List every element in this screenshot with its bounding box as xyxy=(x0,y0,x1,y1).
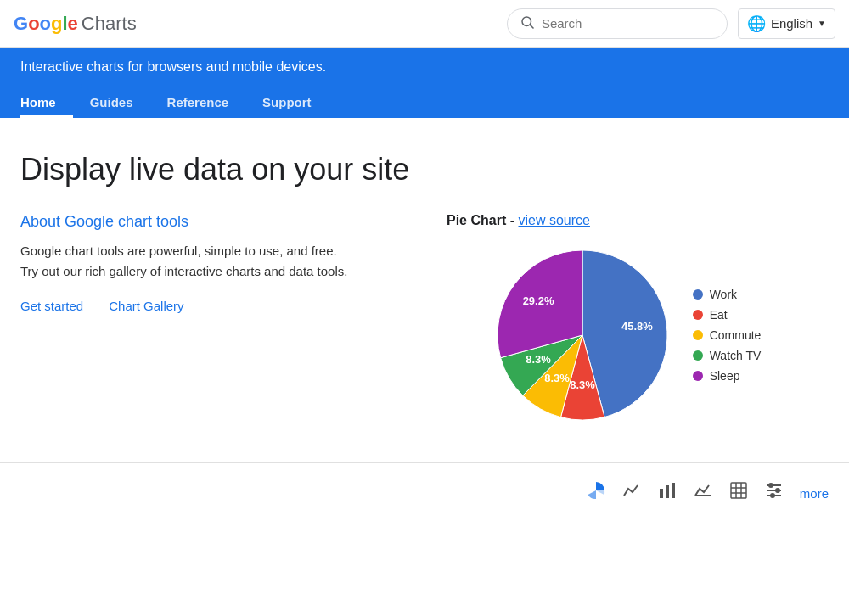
legend-label: Watch TV xyxy=(710,349,762,362)
chart-legend: WorkEatCommuteWatch TVSleep xyxy=(693,288,762,383)
pie-label-1: 8.3% xyxy=(570,378,595,391)
nav-item-reference[interactable]: Reference xyxy=(150,87,246,118)
svg-rect-6 xyxy=(731,483,746,498)
chart-title-text: Pie Chart xyxy=(447,213,506,227)
content-area: About Google chart tools Google chart to… xyxy=(20,213,829,428)
svg-rect-2 xyxy=(660,489,663,498)
main-content: Display live data on your site About Goo… xyxy=(0,118,849,445)
chart-title: Pie Chart - view source xyxy=(447,213,590,228)
description-line2: Try out our rich gallery of interactive … xyxy=(20,264,347,278)
legend-item-eat: Eat xyxy=(693,308,762,322)
legend-item-commute: Commute xyxy=(693,328,762,342)
pie-chart-icon[interactable] xyxy=(586,480,606,506)
legend-item-work: Work xyxy=(693,288,762,301)
controls-icon[interactable] xyxy=(764,480,784,506)
pie-label-4: 29.2% xyxy=(522,294,554,307)
legend-color-dot xyxy=(693,350,703,361)
legend-color-dot xyxy=(693,371,703,381)
legend-color-dot xyxy=(693,330,703,340)
nav-item-guides[interactable]: Guides xyxy=(73,87,150,118)
chevron-down-icon: ▼ xyxy=(818,19,826,28)
svg-point-0 xyxy=(522,17,531,26)
table-icon[interactable] xyxy=(728,480,749,506)
svg-point-14 xyxy=(769,484,773,487)
page-title: Display live data on your site xyxy=(20,152,829,188)
language-button[interactable]: 🌐 English ▼ xyxy=(738,8,835,39)
legend-item-sleep: Sleep xyxy=(693,369,762,383)
svg-line-1 xyxy=(530,25,533,28)
legend-label: Sleep xyxy=(710,369,740,383)
svg-point-15 xyxy=(776,489,779,492)
nav: Home Guides Reference Support xyxy=(20,87,829,118)
logo-charts-text: Charts xyxy=(82,13,137,35)
nav-item-support[interactable]: Support xyxy=(245,87,329,118)
legend-item-watch-tv: Watch TV xyxy=(693,349,762,362)
legend-label: Commute xyxy=(710,328,762,342)
svg-rect-4 xyxy=(672,483,675,498)
view-source-link[interactable]: view source xyxy=(518,213,589,227)
legend-color-dot xyxy=(693,310,703,320)
pie-svg: 45.8%8.3%8.3%8.3%29.2% xyxy=(489,242,676,428)
svg-rect-3 xyxy=(666,485,669,498)
banner-tagline: Interactive charts for browsers and mobi… xyxy=(20,59,829,87)
bottom-bar: more xyxy=(0,462,849,519)
description-line1: Google chart tools are powerful, simple … xyxy=(20,244,337,258)
pie-label-0: 45.8% xyxy=(621,320,653,333)
legend-color-dot xyxy=(693,289,703,300)
language-label: English xyxy=(771,16,812,31)
banner: Interactive charts for browsers and mobi… xyxy=(0,48,849,118)
svg-point-16 xyxy=(771,494,774,497)
search-input[interactable] xyxy=(542,16,715,31)
pie-label-3: 8.3% xyxy=(526,353,551,366)
search-icon xyxy=(520,14,535,33)
globe-icon: 🌐 xyxy=(747,14,766,33)
legend-label: Eat xyxy=(710,308,728,322)
chart-container: 45.8%8.3%8.3%8.3%29.2% WorkEatCommuteWat… xyxy=(489,242,762,428)
get-started-link[interactable]: Get started xyxy=(20,299,83,313)
pie-chart: 45.8%8.3%8.3%8.3%29.2% xyxy=(489,242,676,428)
header: Google Charts 🌐 English ▼ xyxy=(0,0,849,48)
bar-chart-icon[interactable] xyxy=(657,480,678,506)
legend-label: Work xyxy=(710,288,737,301)
action-links: Get started Chart Gallery xyxy=(20,299,404,313)
logo-google-text: Google xyxy=(14,13,78,35)
area-chart-icon[interactable] xyxy=(693,480,713,506)
description: Google chart tools are powerful, simple … xyxy=(20,241,404,282)
right-column: Pie Chart - view source 45.8%8.3%8.3%8.3… xyxy=(421,213,829,428)
header-right: 🌐 English ▼ xyxy=(507,8,835,39)
about-link[interactable]: About Google chart tools xyxy=(20,213,404,231)
logo: Google Charts xyxy=(14,13,137,35)
chart-gallery-link[interactable]: Chart Gallery xyxy=(109,299,183,313)
more-link[interactable]: more xyxy=(800,486,829,501)
line-chart-icon[interactable] xyxy=(621,480,642,506)
nav-item-home[interactable]: Home xyxy=(20,87,73,118)
pie-label-2: 8.3% xyxy=(544,372,570,384)
left-column: About Google chart tools Google chart to… xyxy=(20,213,404,428)
search-box[interactable] xyxy=(507,8,728,39)
